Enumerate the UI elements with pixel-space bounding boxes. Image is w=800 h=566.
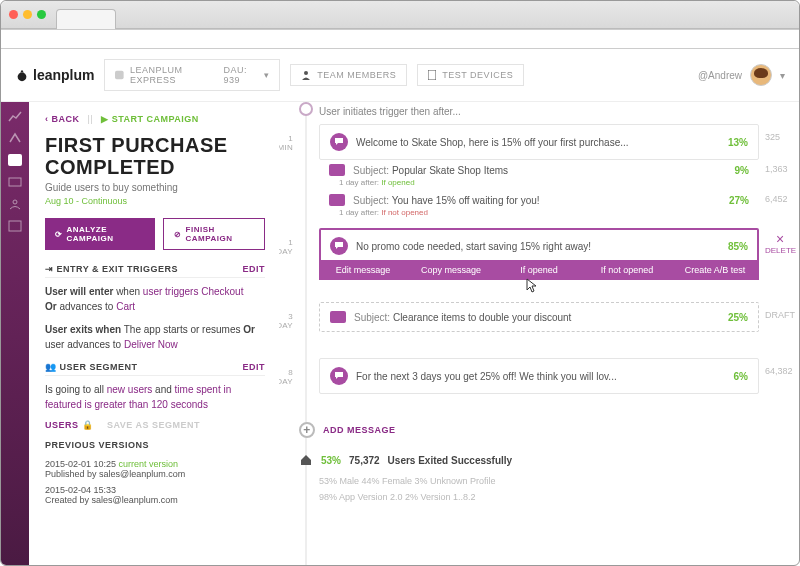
triggers-edit-link[interactable]: EDIT xyxy=(242,264,265,274)
message-1-pct: 13% xyxy=(718,137,748,148)
left-nav-rail xyxy=(1,102,29,566)
versions-heading: PREVIOUS VERSIONS xyxy=(45,440,149,450)
message-2-count: 1,363 xyxy=(765,164,799,174)
message-card-2[interactable]: Subject: Popular Skate Shop Items 9% xyxy=(319,162,759,178)
nav-campaigns-icon[interactable] xyxy=(8,154,22,166)
mail-icon xyxy=(330,311,346,323)
browser-chrome xyxy=(1,1,799,29)
users-link[interactable]: USERS 🔒 xyxy=(45,420,93,430)
nav-users-icon[interactable] xyxy=(8,198,22,210)
refresh-icon: ⟳ xyxy=(55,230,63,239)
segment-text: Is going to all new users and time spent… xyxy=(45,382,265,412)
action-ab-test[interactable]: Create A/B test xyxy=(671,260,759,280)
nav-messages-icon[interactable] xyxy=(8,176,22,188)
chat-icon xyxy=(330,367,348,385)
stats-line-2: 98% App Version 2.0 2% Version 1..8.2 xyxy=(319,492,476,502)
save-segment-link[interactable]: SAVE AS SEGMENT xyxy=(107,420,200,430)
svg-rect-4 xyxy=(9,178,21,186)
action-if-opened[interactable]: If opened xyxy=(495,260,583,280)
finish-campaign-button[interactable]: ⊘FINISH CAMPAIGN xyxy=(163,218,265,250)
app-topbar: leanplum LEANPLUM EXPRESS DAU: 939 ▾ TEA… xyxy=(1,49,799,102)
svg-point-0 xyxy=(18,72,27,81)
svg-rect-3 xyxy=(428,70,436,80)
team-members-button[interactable]: TEAM MEMBERS xyxy=(290,64,407,86)
add-message-button[interactable]: + ADD MESSAGE xyxy=(299,422,396,438)
app-selector-label: LEANPLUM EXPRESS xyxy=(130,65,218,85)
back-link[interactable]: ‹ BACK xyxy=(45,114,80,124)
action-copy[interactable]: Copy message xyxy=(407,260,495,280)
message-2-text: Subject: Popular Skate Shop Items xyxy=(353,165,711,176)
message-6-text: For the next 3 days you get 25% off! We … xyxy=(356,371,710,382)
exit-text: Users Exited Successfully xyxy=(388,455,513,466)
window-min-dot[interactable] xyxy=(23,10,32,19)
campaign-title: FIRST PURCHASE COMPLETED xyxy=(45,134,265,178)
message-card-5[interactable]: Subject: Clearance items to double your … xyxy=(319,302,759,332)
nav-ab-icon[interactable] xyxy=(8,132,22,144)
mail-icon xyxy=(329,164,345,176)
entry-trigger-text: User will enter when user triggers Check… xyxy=(45,284,265,314)
leanplum-icon xyxy=(15,68,29,82)
svg-point-2 xyxy=(304,71,308,75)
mail-icon xyxy=(329,194,345,206)
user-menu[interactable]: @Andrew ▾ xyxy=(698,64,785,86)
message-3-pct: 27% xyxy=(719,195,749,206)
nav-settings-icon[interactable] xyxy=(8,220,22,232)
browser-urlbar[interactable] xyxy=(1,29,799,49)
username: @Andrew xyxy=(698,70,742,81)
message-5-count: DRAFT xyxy=(765,310,799,320)
timeline-panel: User initiates trigger then after... 1 M… xyxy=(279,102,799,566)
exit-icon xyxy=(299,454,313,466)
divider: || xyxy=(88,114,94,124)
exit-trigger-text: User exits when The app starts or resume… xyxy=(45,322,265,352)
version-1[interactable]: 2015-02-01 10:25 current version Publish… xyxy=(45,459,265,479)
timeline-start-text: User initiates trigger then after... xyxy=(319,106,461,117)
svg-rect-6 xyxy=(9,221,21,231)
brand-logo[interactable]: leanplum xyxy=(15,67,94,83)
exit-pct: 53% xyxy=(321,455,341,466)
person-icon xyxy=(301,70,311,80)
chevron-down-icon: ▾ xyxy=(264,70,270,80)
action-edit[interactable]: Edit message xyxy=(319,260,407,280)
analyze-campaign-button[interactable]: ⟳ANALYZE CAMPAIGN xyxy=(45,218,155,250)
campaign-subtitle: Guide users to buy something xyxy=(45,182,265,193)
browser-tab[interactable] xyxy=(56,9,116,29)
segment-heading: 👥 USER SEGMENT xyxy=(45,362,138,372)
message-5-pct: 25% xyxy=(718,312,748,323)
message-3-text: Subject: You have 15% off waiting for yo… xyxy=(353,195,711,206)
time-label-8day: 8 DAY xyxy=(279,368,297,386)
dau-label: DAU: 939 xyxy=(224,65,260,85)
message-1-count: 325 xyxy=(765,132,799,142)
time-label-1day: 1 DAY xyxy=(279,238,297,256)
message-actions-bar: Edit message Copy message If opened If n… xyxy=(319,260,759,280)
nav-analytics-icon[interactable] xyxy=(8,110,22,122)
window-max-dot[interactable] xyxy=(37,10,46,19)
campaign-sidebar: ‹ BACK || ▶ START CAMPAIGN FIRST PURCHAS… xyxy=(29,102,279,566)
stats-line-1: 53% Male 44% Female 3% Unknown Profile xyxy=(319,476,496,486)
message-card-3[interactable]: Subject: You have 15% off waiting for yo… xyxy=(319,192,759,208)
version-2[interactable]: 2015-02-04 15:33 Created by sales@leanpl… xyxy=(45,485,265,505)
message-5-text: Subject: Clearance items to double your … xyxy=(354,312,710,323)
delete-message-button[interactable]: ×DELETE xyxy=(765,232,795,255)
start-campaign-link[interactable]: ▶ START CAMPAIGN xyxy=(101,114,199,124)
app-selector[interactable]: LEANPLUM EXPRESS DAU: 939 ▾ xyxy=(104,59,280,91)
timeline-start-dot xyxy=(299,102,313,116)
svg-rect-1 xyxy=(115,71,124,80)
chat-icon xyxy=(330,237,348,255)
app-icon xyxy=(115,70,124,80)
message-3-count: 6,452 xyxy=(765,194,799,204)
svg-point-5 xyxy=(13,200,17,204)
exit-summary: 53% 75,372 Users Exited Successfully xyxy=(299,454,512,466)
device-icon xyxy=(428,70,436,80)
test-devices-button[interactable]: TEST DEVICES xyxy=(417,64,524,86)
exit-count: 75,372 xyxy=(349,455,380,466)
message-6-count: 64,382 xyxy=(765,366,799,376)
message-card-4[interactable]: No promo code needed, start saving 15% r… xyxy=(319,228,759,264)
segment-edit-link[interactable]: EDIT xyxy=(242,362,265,372)
action-if-not-opened[interactable]: If not opened xyxy=(583,260,671,280)
window-close-dot[interactable] xyxy=(9,10,18,19)
message-card-1[interactable]: Welcome to Skate Shop, here is 15% off y… xyxy=(319,124,759,160)
time-label-1min: 1 MIN xyxy=(279,134,297,152)
message-3-delay: 1 day after: If not opened xyxy=(339,208,428,217)
message-2-pct: 9% xyxy=(719,165,749,176)
message-card-6[interactable]: For the next 3 days you get 25% off! We … xyxy=(319,358,759,394)
